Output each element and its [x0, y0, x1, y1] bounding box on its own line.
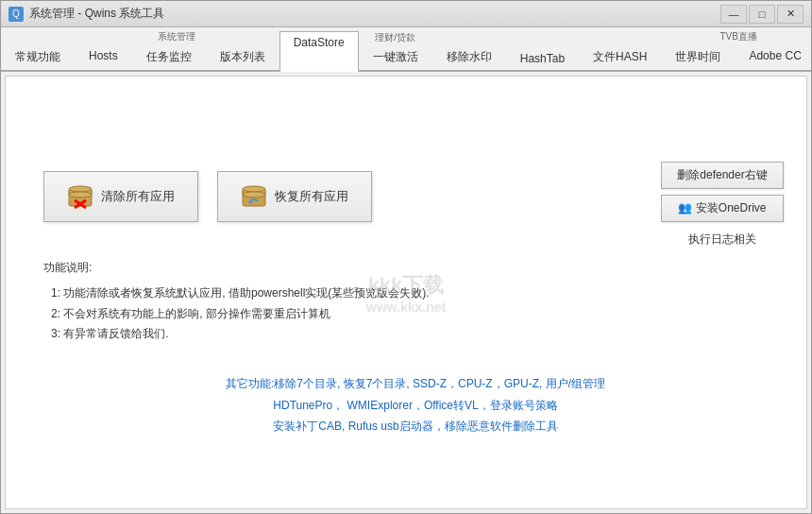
- links-section: 其它功能:移除7个目录, 恢复7个目录, SSD-Z，CPU-Z，GPU-Z, …: [43, 373, 787, 437]
- group-label-tvb: TVB直播: [716, 29, 760, 44]
- links-line1: 其它功能:移除7个目录, 恢复7个目录, SSD-Z，CPU-Z，GPU-Z, …: [43, 373, 787, 395]
- window-controls: — □ ✕: [720, 5, 804, 24]
- tab-general[interactable]: 常规功能: [1, 44, 75, 70]
- group-label-finance2: 理财/贷款: [373, 31, 417, 44]
- desc-item-2: 2: 不会对系统有功能上的影响, 部分操作需要重启计算机: [51, 304, 787, 325]
- tab-hashtab[interactable]: HashTab: [506, 47, 579, 70]
- svg-point-9: [243, 192, 265, 197]
- desc-item-1: 1: 功能清除或者恢复系统默认应用, 借助powershell实现(某些预览版会…: [51, 283, 787, 304]
- tab-worldtime[interactable]: 世界时间: [661, 44, 735, 70]
- svg-point-8: [243, 186, 265, 192]
- menu-bar: 常规功能 系统管理 Hosts 任务监控 版本列表 DataStore 理财/贷…: [1, 27, 811, 72]
- app-icon: Q: [8, 7, 24, 22]
- restore-label: 恢复所有应用: [275, 188, 348, 205]
- tab-datastore[interactable]: DataStore: [279, 31, 359, 72]
- tab-adobecc[interactable]: Adobe CC: [735, 44, 812, 70]
- delete-defender-button[interactable]: 删除defender右键: [661, 162, 784, 189]
- tab-task[interactable]: 任务监控: [132, 44, 206, 70]
- links-line2: HDTunePro， WMIExplorer，Office转VL，登录账号策略: [43, 395, 787, 417]
- install-icon: 👥: [678, 201, 695, 214]
- main-window: Q 系统管理 - Qwins 系统工具 — □ ✕ 常规功能 系统管理 Host…: [0, 0, 812, 514]
- close-button[interactable]: ✕: [777, 5, 804, 24]
- restore-button[interactable]: 恢复所有应用: [217, 171, 372, 222]
- window-title: 系统管理 - Qwins 系统工具: [29, 6, 720, 22]
- tab-version[interactable]: 版本列表: [206, 44, 279, 70]
- install-onedrive-button[interactable]: 👥 安装OneDrive: [661, 195, 784, 222]
- tab-filehash[interactable]: 文件HASH: [579, 44, 661, 70]
- description-section: 功能说明: 1: 功能清除或者恢复系统默认应用, 借助powershell实现(…: [43, 260, 787, 345]
- desc-item-3: 3: 有异常请反馈给我们.: [51, 324, 787, 345]
- title-bar: Q 系统管理 - Qwins 系统工具 — □ ✕: [1, 1, 811, 27]
- clear-db-icon: [67, 183, 93, 210]
- exec-label: 执行日志相关: [661, 231, 784, 248]
- content-area: kkk下载 www.kkx.net 清除所有应用: [5, 76, 807, 509]
- minimize-button[interactable]: —: [720, 5, 747, 24]
- clear-label: 清除所有应用: [101, 188, 175, 205]
- clear-button[interactable]: 清除所有应用: [43, 171, 198, 222]
- links-line3: 安装补丁CAB, Rufus usb启动器，移除恶意软件删除工具: [43, 416, 787, 437]
- restore-db-icon: [241, 183, 267, 210]
- maximize-button[interactable]: □: [749, 5, 775, 24]
- svg-point-3: [69, 192, 92, 197]
- tab-hosts[interactable]: Hosts: [75, 44, 132, 70]
- side-actions: 删除defender右键 👥 安装OneDrive 执行日志相关: [661, 162, 784, 248]
- desc-title: 功能说明:: [43, 260, 787, 276]
- tab-watermark[interactable]: 移除水印: [432, 44, 506, 70]
- svg-point-2: [69, 186, 92, 192]
- tab-onekey[interactable]: 一键激活: [359, 44, 432, 70]
- group-label-system: 系统管理: [154, 29, 199, 44]
